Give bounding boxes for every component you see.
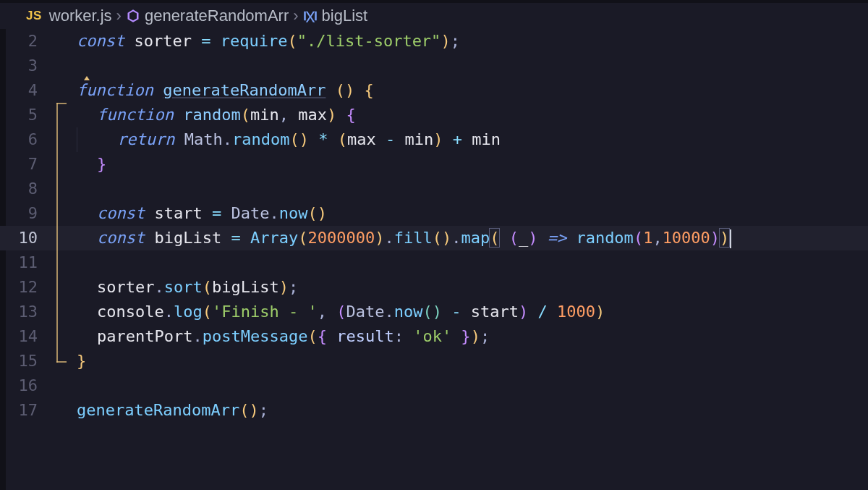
code-line-current[interactable]: 10 const bigList = Array(2000000).fill()… (0, 226, 868, 250)
code-line[interactable]: 7 } (0, 152, 868, 177)
code-content[interactable]: return Math.random() * (max - min) + min (117, 127, 501, 152)
code-content[interactable]: } (97, 152, 106, 177)
code-line[interactable]: 2 const sorter = require("./list-sorter"… (0, 29, 868, 54)
breadcrumb-file[interactable]: worker.js (49, 7, 112, 25)
code-line[interactable]: 13 console.log('Finish - ', (Date.now() … (0, 300, 868, 324)
code-line[interactable]: 11 (0, 250, 868, 275)
variable-icon (303, 9, 318, 23)
code-line[interactable]: 8 (0, 177, 868, 201)
js-file-icon: JS (26, 9, 42, 23)
code-line[interactable]: 3 (0, 54, 868, 78)
line-number: 12 (0, 275, 48, 300)
svg-rect-0 (304, 12, 306, 21)
chevron-right-icon: › (116, 7, 122, 25)
code-content[interactable]: const sorter = require("./list-sorter"); (77, 29, 460, 54)
chevron-right-icon: › (293, 7, 298, 25)
code-line[interactable]: 17 generateRandomArr(); (0, 398, 868, 423)
line-number: 7 (0, 152, 48, 177)
line-number: 13 (0, 300, 48, 324)
code-content[interactable]: console.log('Finish - ', (Date.now() - s… (97, 300, 605, 324)
line-number: 10 (0, 226, 48, 250)
line-number: 2 (0, 29, 48, 54)
breadcrumb[interactable]: JS worker.js › generateRandomArr › bigLi… (0, 3, 868, 29)
text-cursor (730, 229, 731, 248)
line-number: 6 (0, 127, 48, 152)
method-icon (126, 9, 140, 23)
line-number: 8 (0, 177, 48, 201)
code-content[interactable]: } (77, 349, 86, 373)
code-line[interactable]: 15 } (0, 349, 868, 373)
code-content[interactable]: const bigList = Array(2000000).fill().ma… (97, 226, 731, 250)
code-content[interactable]: function random(min, max) { (97, 103, 356, 127)
code-content[interactable]: parentPort.postMessage({ result: 'ok' })… (97, 324, 490, 349)
line-number: 14 (0, 324, 48, 349)
code-line[interactable]: 4 function generateRandomArr () { (0, 78, 868, 103)
line-number: 9 (0, 201, 48, 226)
code-editor[interactable]: 2 const sorter = require("./list-sorter"… (0, 29, 868, 490)
code-line[interactable]: 12 sorter.sort(bigList); (0, 275, 868, 300)
line-number: 17 (0, 398, 48, 423)
svg-rect-1 (315, 12, 317, 21)
code-line[interactable]: 16 (0, 373, 868, 398)
code-line[interactable]: 9 const start = Date.now() (0, 201, 868, 226)
breadcrumb-symbol-variable[interactable]: bigList (322, 7, 368, 25)
line-number: 15 (0, 349, 48, 373)
code-line[interactable]: 14 parentPort.postMessage({ result: 'ok'… (0, 324, 868, 349)
breadcrumb-symbol-function[interactable]: generateRandomArr (145, 7, 289, 25)
line-number: 3 (0, 54, 48, 78)
code-line[interactable]: 6 return Math.random() * (max - min) + m… (0, 127, 868, 152)
code-content[interactable]: function generateRandomArr () { (77, 78, 374, 103)
code-content[interactable]: const start = Date.now() (97, 201, 327, 226)
line-number: 4 (0, 78, 48, 103)
line-number: 11 (0, 250, 48, 275)
line-number: 16 (0, 373, 48, 398)
code-content[interactable]: sorter.sort(bigList); (97, 275, 298, 300)
code-content[interactable]: generateRandomArr(); (77, 398, 268, 423)
line-number: 5 (0, 103, 48, 127)
code-line[interactable]: 5 function random(min, max) { (0, 103, 868, 127)
